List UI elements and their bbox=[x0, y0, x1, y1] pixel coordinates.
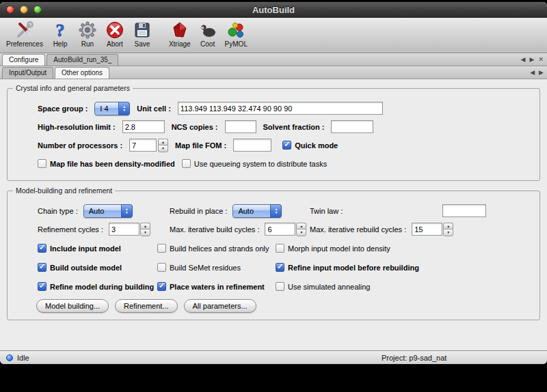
check-icon: ✓ bbox=[284, 140, 290, 149]
number-of-processors-label: Number of processors : bbox=[38, 141, 122, 150]
preferences-button[interactable]: Preferences bbox=[3, 19, 46, 48]
checkbox-density-modified[interactable]: ✓ Map file has been density-modified bbox=[38, 159, 175, 168]
twin-law-input[interactable] bbox=[442, 204, 486, 217]
crystal-info-groupbox: Crystal info and general parameters Spac… bbox=[7, 88, 540, 181]
space-group-dropdown[interactable]: I 4 ▲▼ bbox=[94, 102, 130, 115]
dropdown-arrows-icon: ▲▼ bbox=[121, 204, 133, 218]
toolbar-label: Preferences bbox=[6, 40, 43, 48]
refinement-options-button[interactable]: Refinement... bbox=[115, 299, 177, 313]
check-icon: ✓ bbox=[39, 243, 45, 252]
stepper-up-icon[interactable]: ▲ bbox=[296, 223, 306, 229]
model-building-group-title: Model-building and refinement bbox=[13, 186, 115, 195]
main-toolbar: Preferences ? Help bbox=[0, 18, 547, 53]
crystal-info-group-title: Crystal info and general parameters bbox=[13, 84, 133, 92]
check-icon: ✓ bbox=[39, 262, 45, 271]
number-of-processors-input[interactable] bbox=[129, 139, 157, 152]
pymol-button[interactable]: PyMOL bbox=[222, 19, 251, 48]
max-iterative-build-cycles-label: Max. iterative build cycles : bbox=[170, 225, 259, 234]
title-bar: AutoBuild bbox=[0, 2, 547, 18]
tab-nav-forward-icon[interactable]: ▶ bbox=[530, 55, 535, 64]
refinement-cycles-stepper[interactable]: ▲ ▼ bbox=[140, 223, 150, 236]
unit-cell-input[interactable] bbox=[178, 102, 383, 115]
checkbox-morph-input-model[interactable]: ✓ Morph input model into density bbox=[276, 244, 533, 253]
chain-type-dropdown[interactable]: Auto ▲▼ bbox=[83, 204, 133, 218]
solvent-fraction-input[interactable] bbox=[331, 120, 373, 133]
status-bar: Idle Project: p9-sad_nat bbox=[0, 350, 547, 364]
ncs-copies-input[interactable] bbox=[225, 120, 256, 133]
stepper-down-icon[interactable]: ▼ bbox=[140, 229, 150, 236]
checkbox-simulated-annealing[interactable]: ✓ Use simulated annealing bbox=[276, 282, 533, 291]
checkbox-build-helices[interactable]: ✓ Build helices and strands only bbox=[157, 244, 276, 253]
max-iterative-rebuild-cycles-input[interactable] bbox=[412, 223, 442, 236]
document-tab-nav: ◀ ▶ ✕ bbox=[521, 55, 544, 64]
space-group-value: I 4 bbox=[100, 104, 108, 113]
tab-nav-forward-icon[interactable]: ▶ bbox=[539, 68, 544, 76]
checkbox-include-input-model[interactable]: ✓ Include input model bbox=[38, 244, 157, 253]
checkbox-quick-mode[interactable]: ✓ Quick mode bbox=[282, 141, 338, 150]
tab-nav-back-icon[interactable]: ◀ bbox=[521, 55, 526, 64]
max-iterative-rebuild-cycles-label: Max. iterative rebuild cycles : bbox=[310, 225, 406, 234]
coot-button[interactable]: Coot bbox=[194, 19, 222, 48]
density-modified-label: Map file has been density-modified bbox=[50, 160, 175, 168]
tab-nav-back-icon[interactable]: ◀ bbox=[530, 68, 535, 76]
zoom-window-button[interactable] bbox=[34, 5, 42, 14]
tab-other-options[interactable]: Other options bbox=[55, 67, 109, 79]
checkbox-box: ✓ bbox=[38, 159, 46, 168]
help-button[interactable]: ? Help bbox=[46, 19, 74, 48]
processors-stepper[interactable]: ▲ ▼ bbox=[158, 139, 168, 152]
tab-autobuild-run-35[interactable]: AutoBuild_run_35_ bbox=[46, 54, 118, 66]
checkbox-build-outside-model[interactable]: ✓ Build outside model bbox=[38, 263, 157, 272]
morph-input-model-label: Morph input model into density bbox=[288, 244, 390, 253]
xtriage-button[interactable]: Xtriage bbox=[165, 19, 194, 48]
rebuild-cycles-stepper[interactable]: ▲ ▼ bbox=[443, 223, 453, 236]
dropdown-arrows-icon: ▲▼ bbox=[270, 204, 282, 218]
model-building-groupbox: Model-building and refinement Chain type… bbox=[7, 191, 540, 320]
run-button[interactable]: Run bbox=[74, 19, 101, 48]
page-tab-nav: ◀ ▶ bbox=[530, 68, 544, 76]
checkbox-queueing-system[interactable]: ✓ Use queueing system to distribute task… bbox=[182, 159, 327, 168]
stepper-up-icon[interactable]: ▲ bbox=[443, 223, 453, 229]
document-tab-bar: Configure AutoBuild_run_35_ ◀ ▶ ✕ bbox=[0, 53, 547, 66]
checkbox-refine-during-building[interactable]: ✓ Refine model during building bbox=[38, 282, 157, 291]
save-button[interactable]: Save bbox=[129, 19, 156, 48]
stepper-down-icon[interactable]: ▼ bbox=[158, 145, 168, 152]
checkbox-box: ✓ bbox=[276, 263, 284, 272]
toolbar-label: Coot bbox=[200, 40, 215, 48]
minimize-window-button[interactable] bbox=[20, 5, 28, 14]
abort-button[interactable]: Abort bbox=[101, 19, 129, 48]
stepper-down-icon[interactable]: ▼ bbox=[296, 229, 306, 236]
model-building-options-button[interactable]: Model building... bbox=[36, 299, 109, 313]
checkbox-box: ✓ bbox=[276, 244, 284, 253]
checkbox-place-waters[interactable]: ✓ Place waters in refinement bbox=[157, 282, 276, 291]
checkbox-box: ✓ bbox=[282, 141, 291, 150]
refine-during-building-label: Refine model during building bbox=[50, 283, 154, 291]
refinement-cycles-input[interactable] bbox=[109, 223, 139, 236]
checkbox-box: ✓ bbox=[38, 244, 46, 253]
close-window-button[interactable] bbox=[6, 5, 14, 14]
status-project: Project: p9-sad_nat bbox=[382, 354, 446, 362]
dropdown-arrows-icon: ▲▼ bbox=[118, 102, 130, 115]
checkbox-box: ✓ bbox=[38, 263, 46, 272]
stepper-up-icon[interactable]: ▲ bbox=[140, 223, 150, 229]
rebuild-in-place-label: Rebuild in place : bbox=[170, 207, 227, 215]
high-resolution-limit-input[interactable] bbox=[122, 120, 165, 133]
stepper-up-icon[interactable]: ▲ bbox=[158, 139, 168, 145]
tab-configure[interactable]: Configure bbox=[2, 54, 45, 66]
map-file-fom-input[interactable] bbox=[233, 139, 271, 152]
tab-input-output[interactable]: Input/Output bbox=[2, 67, 53, 79]
all-parameters-button[interactable]: All parameters... bbox=[184, 299, 256, 313]
help-question-icon: ? bbox=[50, 20, 70, 40]
tab-nav-close-icon[interactable]: ✕ bbox=[538, 55, 544, 64]
checkbox-refine-input-model[interactable]: ✓ Refine input model before rebuilding bbox=[276, 263, 533, 272]
stepper-down-icon[interactable]: ▼ bbox=[443, 229, 453, 236]
checkbox-build-semet[interactable]: ✓ Build SeMet residues bbox=[157, 263, 276, 272]
xtriage-crystal-icon bbox=[170, 20, 190, 40]
check-icon: ✓ bbox=[159, 281, 165, 290]
toolbar-label: Save bbox=[135, 40, 150, 48]
rebuild-in-place-dropdown[interactable]: Auto ▲▼ bbox=[232, 204, 282, 218]
place-waters-label: Place waters in refinement bbox=[170, 283, 265, 291]
include-input-model-label: Include input model bbox=[50, 244, 121, 253]
build-cycles-stepper[interactable]: ▲ ▼ bbox=[296, 223, 306, 236]
max-iterative-build-cycles-input[interactable] bbox=[265, 223, 295, 236]
build-semet-label: Build SeMet residues bbox=[170, 264, 241, 272]
